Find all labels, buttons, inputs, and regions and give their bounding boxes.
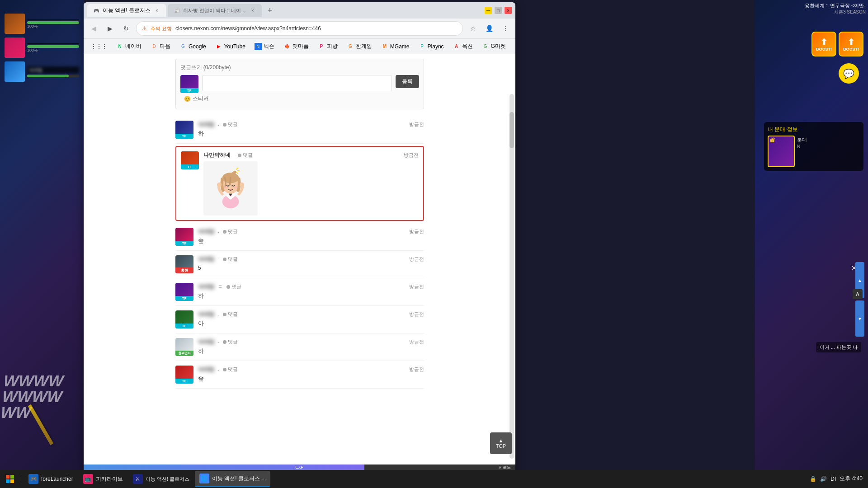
svg-point-7 [224, 186, 227, 188]
tab-closers[interactable]: 🎮 이능 액션! 클로저스 × [87, 4, 166, 17]
comment-item-highlighted: TF 나만약하네 댓글 방금전 [175, 146, 424, 221]
tab-label-closers: 이능 액션! 클로저스 [103, 7, 151, 14]
comment-avatar: TF [175, 228, 193, 246]
exp-label: EXP [295, 465, 303, 469]
comment-username: 닉네임 [198, 121, 214, 128]
bookmark-plaync[interactable]: P Plaync [415, 41, 448, 52]
plaync-icon: P [419, 43, 426, 50]
boost-icon-1[interactable]: ⬆ BOOST! [811, 32, 836, 56]
comment-item: TF 닉네임 ㄷ 댓글 방금전 하 [175, 278, 424, 306]
new-tab-button[interactable]: + [264, 4, 276, 17]
comment-avatar: TF [175, 310, 193, 328]
exp-bar-area: EXP 피로도 [84, 465, 515, 470]
forward-button[interactable]: ▶ [104, 22, 116, 35]
maximize-button[interactable]: □ [495, 7, 502, 14]
bookmark-star-button[interactable]: ☆ [467, 22, 479, 35]
comment-item: 청부업자 닉네임 - 댓글 방금전 하 [175, 333, 424, 361]
daum-icon: D [151, 43, 158, 50]
taskbar-item-closers[interactable]: ⚔ 이능 액션! 클로저스 [128, 471, 194, 487]
sound-icon: 🔊 [820, 476, 827, 482]
scroll-top-button[interactable]: ▲ TOP [490, 432, 512, 454]
tab-naver[interactable]: 📰 취사병 전설이 되다 :: 네이버 민... × [168, 4, 262, 17]
player-hp-fill [27, 75, 69, 77]
comment-write-header: 댓글쓰기 (0/200byte) [180, 64, 419, 71]
like-label: 댓글 [228, 256, 238, 263]
forelauncher-icon: 🎮 [28, 474, 38, 484]
minimize-button[interactable]: ─ [485, 7, 492, 14]
start-button[interactable] [2, 471, 18, 487]
bookmark-apps[interactable]: ⋮⋮⋮ [87, 42, 111, 52]
boost-icon-2[interactable]: ⬆ BOOST! [839, 32, 863, 56]
time-display: 오후 4:40 [840, 475, 863, 483]
taskbar-item-pikalive[interactable]: 📺 피카라이브 [79, 471, 127, 487]
comment-avatar: TF [175, 121, 193, 139]
bookmark-naver[interactable]: N 네이버 [113, 41, 145, 52]
close-button[interactable]: × [505, 7, 512, 14]
title-bar: 🎮 이능 액션! 클로저스 × 📰 취사병 전설이 되다 :: 네이버 민...… [84, 2, 515, 19]
tab-close-closers[interactable]: × [153, 7, 160, 14]
comment-like-button[interactable]: 댓글 [223, 311, 238, 318]
tab-close-naver[interactable]: × [249, 7, 256, 14]
forelauncher-label: foreLauncher [41, 476, 73, 482]
comment-like-button[interactable]: 댓글 [238, 152, 253, 159]
game-nav-down[interactable]: ▼ [855, 300, 864, 337]
bookmark-google[interactable]: G Google [176, 41, 210, 52]
bookmark-youtube[interactable]: ▶ YouTube [212, 41, 249, 52]
url-bar[interactable]: ⚠ 주의 요함 closers.nexon.com/news/gmnote/vi… [136, 21, 463, 36]
a-button[interactable]: A [853, 289, 863, 299]
comment-like-button[interactable]: 댓글 [223, 366, 238, 373]
comment-text: 숲 [198, 237, 424, 245]
bookmark-mgame[interactable]: M MGame [377, 41, 413, 52]
bookmark-naver-label: 네이버 [125, 42, 142, 50]
reload-button[interactable]: ↻ [120, 22, 132, 35]
comment-input-field[interactable] [202, 75, 392, 91]
comment-badge: TF [175, 379, 193, 384]
svg-point-8 [233, 186, 237, 188]
bookmark-yetmaple[interactable]: 🍁 옛마플 [280, 41, 312, 52]
bookmark-pibang[interactable]: P 피방 [314, 41, 341, 52]
bookmark-nexon[interactable]: N 넥슨 [251, 41, 278, 52]
sticker-button[interactable]: 😊 스티커 [180, 93, 419, 104]
season-label: 시즌3 SEASON [805, 9, 866, 15]
hp-label: 100% [27, 48, 79, 52]
comment-badge: TF [175, 296, 193, 301]
hp-label: 100% [27, 24, 79, 28]
bookmark-11st[interactable]: 11 11번가 [511, 41, 515, 52]
bookmark-hangame[interactable]: G 한게임 [343, 41, 376, 52]
page-content[interactable]: 댓글쓰기 (0/200byte) TF 등록 😊 스티커 [84, 54, 515, 481]
comment-submit-button[interactable]: 등록 [396, 75, 419, 88]
squad-member-name: 분대 [797, 136, 860, 144]
comment-like-button[interactable]: 댓글 [223, 228, 238, 235]
windows-logo-icon [5, 474, 14, 483]
profile-button[interactable]: 👤 [483, 22, 495, 35]
like-dot [238, 154, 241, 157]
comment-reply-time: 방금전 [409, 256, 424, 263]
mgame-icon: M [381, 43, 388, 50]
menu-button[interactable]: ⋮ [499, 22, 512, 35]
bookmark-daum[interactable]: D 다음 [147, 41, 174, 52]
comment-item: 홍현 닉네임 - 댓글 방금전 5 [175, 251, 424, 278]
chat-icon[interactable]: 💬 [839, 63, 859, 84]
comment-avatar: TF [175, 283, 193, 301]
player-name: 닉네임 [27, 66, 79, 74]
comment-like-button[interactable]: 댓글 [226, 283, 241, 290]
comment-like-button[interactable]: 댓글 [223, 338, 238, 345]
svg-point-3 [233, 171, 236, 174]
squad-info-panel: 내 분대 정보 ✕ 👑 분대 N [764, 122, 863, 171]
sticker-label: 스티커 [193, 95, 209, 103]
bookmark-google-label: Google [189, 43, 206, 50]
back-button[interactable]: ◀ [87, 22, 100, 35]
google-icon: G [179, 43, 187, 50]
tab-favicon-closers: 🎮 [93, 7, 100, 14]
taskbar-item-browser[interactable]: 🌐 이능 액션! 클로저스 ... [195, 471, 270, 487]
comment-reply-time: 방금전 [409, 338, 424, 345]
bookmark-auction[interactable]: A 옥션 [449, 41, 476, 52]
taskbar-item-forelauncher[interactable]: 🎮 foreLauncher [24, 471, 78, 487]
bookmark-gmarket[interactable]: G G마켓 [478, 41, 509, 52]
comment-like-button[interactable]: 댓글 [223, 121, 238, 128]
page-scrollbar[interactable] [509, 94, 514, 459]
browser-label: 이능 액션! 클로저스 ... [212, 475, 266, 483]
comment-like-button[interactable]: 댓글 [223, 256, 238, 263]
scrollbar-thumb[interactable] [509, 112, 514, 148]
player-name [27, 43, 79, 44]
